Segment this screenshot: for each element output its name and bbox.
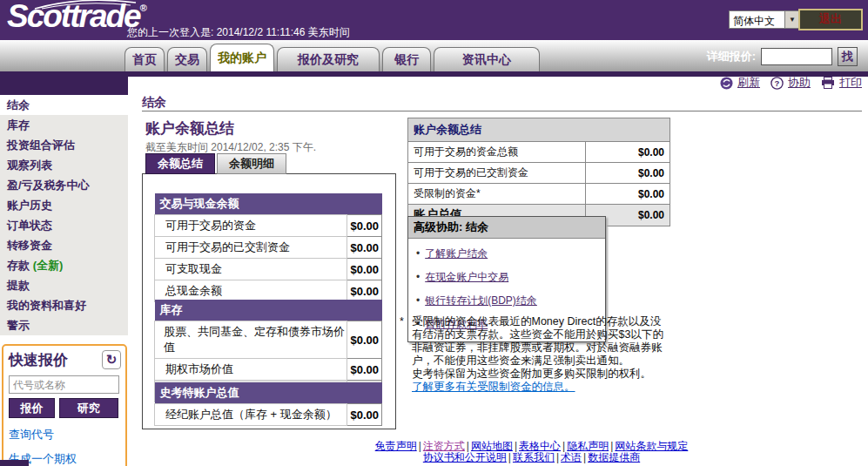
site-map-link[interactable]: 网站地图 <box>471 440 513 452</box>
sidebar-item-portfolio-review[interactable]: 投资组合评估 <box>0 135 128 155</box>
refresh-icon[interactable] <box>720 77 733 90</box>
separator: | <box>610 440 613 452</box>
nav-tab-quotes-research[interactable]: 报价及研究 <box>277 47 380 72</box>
sidebar-item-balances[interactable]: 结余 <box>0 95 128 115</box>
tab-balance-detail[interactable]: 余额明细 <box>217 153 286 174</box>
row-label: 期权市场价值 <box>155 359 347 381</box>
detailed-quote-input[interactable] <box>761 48 832 65</box>
sidebar-item-deposits[interactable]: 存款 (全新) <box>0 255 128 275</box>
sidebar-item-alerts[interactable]: 警示 <box>0 315 128 335</box>
sidebar-item-withdrawals[interactable]: 提款 <box>0 275 128 295</box>
sidebar-item-watch-lists[interactable]: 观察列表 <box>0 155 128 175</box>
nav-tab-info-center[interactable]: 资讯中心 <box>434 47 540 72</box>
sidebar-item-positions[interactable]: 库存 <box>0 115 128 135</box>
separator: | <box>419 440 421 452</box>
symbol-lookup-link[interactable]: 查询代号 <box>9 427 120 442</box>
restricted-funds-footnote: * 受限制的资金代表最近的Money Direct的存款以及没有结清的支票存款。… <box>400 315 671 394</box>
nav-tab-home[interactable]: 首页 <box>124 47 165 72</box>
page-title: 账户余额总结 <box>145 118 234 138</box>
row-label: 可用于交易的资金总额 <box>408 142 586 163</box>
forms-center-link[interactable]: 表格中心 <box>519 440 561 452</box>
row-value: $0.00 <box>347 359 382 381</box>
help-box-title: 高级协助: 结余 <box>408 217 605 239</box>
breadcrumb: 结余 <box>142 95 166 111</box>
quick-quote-refresh-icon[interactable]: ↻ <box>102 350 121 369</box>
top-header: Scottrade® 您的上一次登入是: 2014/12/2 11:11:46 … <box>0 0 868 40</box>
row-label: 总现金余额 <box>155 280 347 302</box>
footer-line-2: 协议书和公开说明|联系我们|术语|数据提供商 <box>329 452 734 463</box>
list-item: 了解账户结余 <box>416 247 600 261</box>
row-label: 可用于交易的已交割资金 <box>408 163 586 184</box>
help-icon[interactable]: ? <box>770 77 784 90</box>
footnote-asterisk: * <box>400 315 411 328</box>
research-button[interactable]: 研究 <box>59 398 118 418</box>
svg-text:?: ? <box>775 78 780 88</box>
site-terms-link[interactable]: 网站条款与规定 <box>615 440 688 452</box>
find-quote-button[interactable]: 找 <box>838 47 858 66</box>
scottrade-logo: Scottrade® <box>7 0 147 35</box>
footnote-paragraph-1: 受限制的资金代表最近的Money Direct的存款以及没有结清的支票存款。这些… <box>412 315 663 367</box>
disclaimer-link[interactable]: 免责声明 <box>375 440 417 452</box>
contact-us-link[interactable]: 联系我们 <box>513 451 555 463</box>
understand-balances-link[interactable]: 了解账户结余 <box>425 247 488 260</box>
row-value: $0.00 <box>586 184 670 205</box>
quick-quote-symbol-input[interactable] <box>9 375 119 394</box>
cash-account-trading-link[interactable]: 在现金账户中交易 <box>425 271 508 283</box>
footnote-text: 受限制的资金代表最近的Money Direct的存款以及没有结清的支票存款。这些… <box>412 315 671 394</box>
list-item: 在现金账户中交易 <box>416 270 600 285</box>
account-total-header: 史考特账户总值 <box>155 382 382 404</box>
logo-registered-mark: ® <box>140 3 147 13</box>
summary-table-header: 账户余额总结 <box>408 118 670 142</box>
list-item: 银行转存计划(BDP)结余 <box>416 294 600 308</box>
table-row: 总现金余额$0.00 <box>155 280 382 302</box>
breadcrumb-divider <box>142 111 862 111</box>
sidebar-item-gainloss-tax-center[interactable]: 盈/亏及税务中心 <box>0 175 128 195</box>
data-providers-link[interactable]: 数据提供商 <box>588 451 640 463</box>
nav-tab-trade[interactable]: 交易 <box>167 47 207 72</box>
balance-tabs: 余额总结 余额明细 <box>145 153 286 174</box>
logout-button[interactable]: 退出 <box>798 9 863 30</box>
nav-tab-banking[interactable]: 银行 <box>382 47 431 72</box>
help-link[interactable]: 协助 <box>788 75 811 91</box>
bdp-balances-link[interactable]: 银行转存计划(BDP)结余 <box>425 294 537 307</box>
nav-tabs: 首页 交易 我的账户 报价及研究 银行 资讯中心 <box>124 44 540 72</box>
sidebar-item-account-history[interactable]: 账户历史 <box>0 195 128 215</box>
last-login-text: 您的上一次登入是: 2014/12/2 11:11:46 美东时间 <box>127 25 350 40</box>
language-select[interactable]: 简体中文 ▼ <box>729 10 800 29</box>
nav-tab-my-account[interactable]: 我的账户 <box>210 44 274 72</box>
row-label: 可用于交易的资金 <box>155 215 347 237</box>
row-value: $0.00 <box>347 259 382 280</box>
restricted-funds-info-link[interactable]: 了解更多有关受限制资金的信息。 <box>412 381 575 393</box>
funding-methods-link[interactable]: 注资方式 <box>423 440 465 452</box>
row-label: 可支取现金 <box>155 259 347 280</box>
scottrade-balances-page: Scottrade® 您的上一次登入是: 2014/12/2 11:11:46 … <box>0 0 868 466</box>
glossary-link[interactable]: 术语 <box>561 451 582 463</box>
bottom-left-purple-block <box>0 460 29 466</box>
privacy-statement-link[interactable]: 隐私声明 <box>567 440 609 452</box>
print-link[interactable]: 打印 <box>839 75 862 91</box>
refresh-link[interactable]: 刷新 <box>737 75 760 91</box>
table-row: 期权市场价值$0.00 <box>155 359 382 381</box>
detailed-quote-area: 详细报价: 找 <box>707 47 858 66</box>
row-value: $0.00 <box>347 404 382 426</box>
language-select-value: 简体中文 <box>729 10 784 29</box>
table-row: 经纪账户总值（库存 + 现金余额）$0.00 <box>155 404 382 426</box>
table-row: 可用于交易的已交割资金$0.00 <box>155 237 382 259</box>
detailed-quote-label: 详细报价: <box>707 49 756 64</box>
sidebar-item-profile-preferences[interactable]: 我的资料和喜好 <box>0 295 128 315</box>
sidebar-item-order-status[interactable]: 订单状态 <box>0 215 128 235</box>
cash-table-header: 交易与现金余额 <box>155 193 382 215</box>
balance-summary-panel: 交易与现金余额 可用于交易的资金$0.00 可用于交易的已交割资金$0.00 可… <box>142 173 396 429</box>
account-balance-summary-table: 账户余额总结 可用于交易的资金总额$0.00 可用于交易的已交割资金$0.00 … <box>407 118 670 226</box>
separator: | <box>508 451 511 463</box>
quote-button[interactable]: 报价 <box>9 398 55 418</box>
print-icon[interactable] <box>821 77 835 89</box>
main-nav-bar: 首页 交易 我的账户 报价及研究 银行 资讯中心 详细报价: 找 <box>0 40 868 72</box>
sidebar-item-transfer-funds[interactable]: 转移资金 <box>0 235 128 255</box>
table-row: 可用于交易的已交割资金$0.00 <box>408 163 670 184</box>
table-row: 受限制的资金*$0.00 <box>408 184 670 205</box>
tab-balance-summary[interactable]: 余额总结 <box>145 153 215 174</box>
agreements-disclosures-link[interactable]: 协议书和公开说明 <box>423 451 507 463</box>
table-row: 可支取现金$0.00 <box>155 259 382 280</box>
logo-swoosh-icon <box>33 0 138 10</box>
